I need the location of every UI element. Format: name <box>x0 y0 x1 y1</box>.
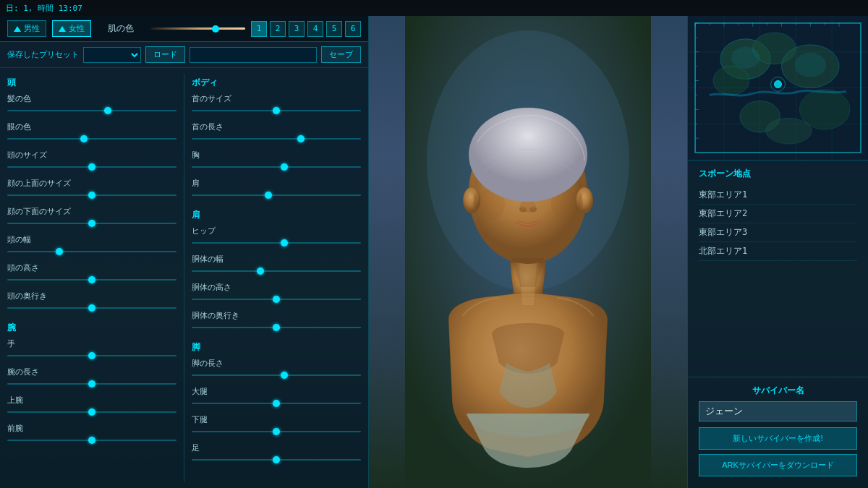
shoulder-label: 肩 <box>192 178 361 189</box>
hair-color-slider-item: 髪の色 <box>7 93 176 116</box>
leg-length-slider-item: 脚の長さ <box>192 358 361 380</box>
forearm-track <box>7 435 176 445</box>
svg-point-34 <box>731 47 760 69</box>
num-btn-5[interactable]: 5 <box>326 21 342 37</box>
num-btn-2[interactable]: 2 <box>270 21 286 37</box>
head-depth-slider[interactable] <box>7 307 176 309</box>
svg-point-35 <box>794 53 826 77</box>
thigh-slider[interactable] <box>192 403 361 404</box>
load-button[interactable]: ロード <box>145 46 185 63</box>
character-svg <box>369 16 687 488</box>
num-btn-4[interactable]: 4 <box>307 21 323 37</box>
face-lower-label: 顔の下面のサイズ <box>7 206 176 217</box>
head-width-track <box>7 247 176 257</box>
face-lower-slider[interactable] <box>7 223 176 224</box>
spawn-item-east1[interactable]: 東部エリア1 <box>699 186 857 205</box>
preset-select[interactable] <box>83 47 141 63</box>
svg-point-33 <box>766 118 812 144</box>
head-width-slider-item: 頭の幅 <box>7 234 176 257</box>
upper-arm-slider-item: 上腕 <box>7 395 176 417</box>
upper-arm-slider[interactable] <box>7 411 176 413</box>
shoulder-slider[interactable] <box>192 194 361 196</box>
chest-slider-item: 胸 <box>192 150 361 172</box>
body-section-title: ボディ <box>192 77 361 89</box>
chest-slider[interactable] <box>192 166 361 168</box>
spawn-item-east2[interactable]: 東部エリア2 <box>699 205 857 223</box>
head-depth-track <box>7 303 176 313</box>
spawn-section-title: スポーン地点 <box>699 168 857 180</box>
thigh-track <box>192 398 361 408</box>
neck-length-label: 首の長さ <box>192 121 361 132</box>
num-btn-1[interactable]: 1 <box>251 21 267 37</box>
forearm-label: 前腕 <box>7 423 176 434</box>
character-display <box>369 16 687 488</box>
right-sliders-col: ボディ 首のサイズ 首の長さ 胸 <box>184 74 368 482</box>
thigh-label: 大腿 <box>192 386 361 397</box>
num-btn-6[interactable]: 6 <box>345 21 361 37</box>
hip-slider-item: ヒップ <box>192 226 361 248</box>
forearm-slider[interactable] <box>7 440 176 441</box>
leg-length-track <box>192 370 361 380</box>
head-size-track <box>7 162 176 172</box>
foot-slider-item: 足 <box>192 442 361 465</box>
hair-color-slider[interactable] <box>7 110 176 111</box>
neck-size-slider[interactable] <box>192 110 361 111</box>
skin-color-label: 肌の色 <box>97 22 145 35</box>
svg-point-15 <box>463 187 480 213</box>
eye-color-slider[interactable] <box>7 138 176 140</box>
download-survivor-button[interactable]: ARKサバイバーをダウンロード <box>699 454 857 476</box>
arm-length-slider[interactable] <box>7 383 176 385</box>
chest-label: 胸 <box>192 150 361 160</box>
save-button[interactable]: セーブ <box>321 46 361 63</box>
upper-arm-track <box>7 407 176 417</box>
torso-depth-track <box>192 322 361 333</box>
top-controls: 男性 女性 肌の色 1 2 3 4 5 6 <box>0 16 368 42</box>
head-size-slider-item: 頭のサイズ <box>7 150 176 172</box>
shoulder-section-title: 肩 <box>192 209 361 221</box>
face-upper-label: 顔の上面のサイズ <box>7 178 176 189</box>
foot-label: 足 <box>192 442 361 453</box>
head-size-slider[interactable] <box>7 166 176 168</box>
torso-height-slider-item: 胴体の高さ <box>192 282 361 304</box>
lower-leg-track <box>192 427 361 437</box>
eye-color-slider-item: 眼の色 <box>7 121 176 144</box>
thigh-slider-item: 大腿 <box>192 386 361 408</box>
forearm-slider-item: 前腕 <box>7 423 176 445</box>
head-section-title: 頭 <box>7 77 176 89</box>
head-width-slider[interactable] <box>7 251 176 252</box>
leg-length-slider[interactable] <box>192 374 361 376</box>
survivor-name-input[interactable] <box>699 401 857 421</box>
left-sliders-col: 頭 髪の色 眼の色 頭のサイズ <box>0 74 184 482</box>
preset-label: 保存したプリセット <box>7 49 79 60</box>
head-depth-label: 頭の奥行き <box>7 291 176 301</box>
spawn-item-north1[interactable]: 北部エリア1 <box>699 242 857 261</box>
head-height-slider[interactable] <box>7 279 176 281</box>
torso-height-slider[interactable] <box>192 299 361 300</box>
hair-color-track <box>7 106 176 116</box>
svg-point-16 <box>576 187 593 213</box>
skin-color-slider[interactable] <box>150 27 245 30</box>
hand-track <box>7 351 176 361</box>
lower-leg-label: 下腿 <box>192 414 361 425</box>
torso-depth-slider-item: 胴体の奥行き <box>192 310 361 333</box>
torso-width-slider[interactable] <box>192 270 361 272</box>
hip-slider[interactable] <box>192 242 361 244</box>
face-upper-slider[interactable] <box>7 194 176 196</box>
torso-depth-slider[interactable] <box>192 327 361 328</box>
lower-leg-slider[interactable] <box>192 431 361 432</box>
foot-slider[interactable] <box>192 459 361 461</box>
hand-slider[interactable] <box>7 355 176 356</box>
spawn-item-east3[interactable]: 東部エリア3 <box>699 223 857 242</box>
num-btn-3[interactable]: 3 <box>289 21 305 37</box>
neck-length-slider[interactable] <box>192 138 361 140</box>
male-gender-btn[interactable]: 男性 <box>7 20 46 37</box>
map-svg <box>688 16 868 160</box>
neck-length-slider-item: 首の長さ <box>192 121 361 144</box>
head-depth-slider-item: 頭の奥行き <box>7 291 176 313</box>
create-survivor-button[interactable]: 新しいサバイバーを作成! <box>699 427 857 450</box>
female-gender-btn[interactable]: 女性 <box>52 20 91 37</box>
neck-size-track <box>192 106 361 116</box>
left-panel: 男性 女性 肌の色 1 2 3 4 5 6 保存したプリセット ロード <box>0 16 369 488</box>
preset-name-input[interactable] <box>190 47 317 63</box>
torso-width-slider-item: 胴体の幅 <box>192 254 361 276</box>
